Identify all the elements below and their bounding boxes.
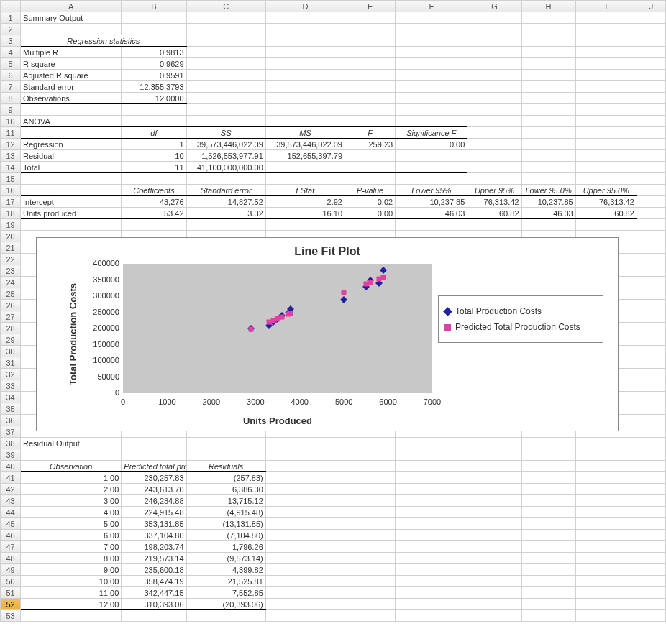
cell[interactable]: 10,237.85 — [396, 196, 467, 208]
cell[interactable] — [521, 438, 575, 449]
cell[interactable] — [467, 518, 521, 530]
cell[interactable] — [396, 173, 467, 185]
cell[interactable] — [637, 277, 665, 288]
cell[interactable] — [265, 93, 345, 104]
cell[interactable] — [21, 219, 122, 231]
cell[interactable]: Observation — [21, 461, 122, 472]
row-header-36[interactable]: 36 — [1, 415, 21, 426]
row-header-27[interactable]: 27 — [1, 311, 21, 323]
cell[interactable] — [637, 346, 665, 357]
row-header-24[interactable]: 24 — [1, 277, 21, 288]
cell[interactable] — [575, 24, 637, 35]
cell[interactable] — [396, 35, 467, 47]
row-header-39[interactable]: 39 — [1, 449, 21, 461]
cell[interactable] — [521, 449, 575, 461]
cell[interactable] — [186, 70, 265, 81]
cell[interactable] — [345, 495, 396, 507]
cell[interactable]: Units produced — [21, 208, 122, 219]
cell[interactable] — [265, 47, 345, 58]
cell[interactable]: 13,715.12 — [186, 495, 265, 507]
cell[interactable] — [521, 610, 575, 622]
cell[interactable] — [122, 449, 186, 461]
row-header-20[interactable]: 20 — [1, 231, 21, 242]
cell[interactable] — [396, 553, 467, 564]
cell[interactable] — [467, 530, 521, 541]
cell[interactable]: Upper 95% — [467, 185, 521, 196]
cell[interactable] — [575, 12, 637, 24]
cell[interactable]: 0.9813 — [122, 47, 186, 58]
cell[interactable] — [265, 507, 345, 518]
row-header-31[interactable]: 31 — [1, 357, 21, 369]
cell[interactable] — [637, 104, 665, 116]
cell[interactable] — [521, 47, 575, 58]
row-header-9[interactable]: 9 — [1, 104, 21, 116]
cell[interactable] — [637, 357, 665, 369]
cell[interactable]: 1.00 — [21, 472, 122, 484]
cell[interactable]: 3.00 — [21, 495, 122, 507]
cell[interactable]: 43,276 — [122, 196, 186, 208]
cell[interactable] — [637, 415, 665, 426]
cell[interactable]: Adjusted R square — [21, 70, 122, 81]
cell[interactable]: 14,827.52 — [186, 196, 265, 208]
cell[interactable]: 235,600.18 — [122, 564, 186, 576]
col-header-F[interactable]: F — [396, 1, 467, 12]
cell[interactable] — [637, 208, 665, 219]
cell[interactable] — [521, 576, 575, 587]
cell[interactable] — [467, 484, 521, 495]
row-header-25[interactable]: 25 — [1, 288, 21, 300]
chart-container[interactable]: Line Fit Plot Total Production Costs Uni… — [36, 237, 619, 431]
cell[interactable] — [575, 93, 637, 104]
row-header-46[interactable]: 46 — [1, 530, 21, 541]
col-header-D[interactable]: D — [265, 1, 345, 12]
cell[interactable] — [575, 530, 637, 541]
cell[interactable] — [637, 116, 665, 127]
cell[interactable] — [396, 530, 467, 541]
row-header-18[interactable]: 18 — [1, 208, 21, 219]
row-header-1[interactable]: 1 — [1, 12, 21, 24]
cell[interactable]: (4,915.48) — [186, 507, 265, 518]
cell[interactable] — [521, 564, 575, 576]
cell[interactable] — [21, 185, 122, 196]
cell[interactable]: 224,915.48 — [122, 507, 186, 518]
cell[interactable]: Intercept — [21, 196, 122, 208]
cell[interactable]: 8.00 — [21, 553, 122, 564]
cell[interactable] — [396, 47, 467, 58]
row-header-17[interactable]: 17 — [1, 196, 21, 208]
cell[interactable] — [345, 70, 396, 81]
cell[interactable] — [637, 196, 665, 208]
cell[interactable] — [396, 541, 467, 553]
cell[interactable] — [575, 104, 637, 116]
cell[interactable] — [265, 12, 345, 24]
cell[interactable] — [467, 104, 521, 116]
cell[interactable] — [467, 610, 521, 622]
row-header-45[interactable]: 45 — [1, 518, 21, 530]
cell[interactable]: 219,573.14 — [122, 553, 186, 564]
cell[interactable] — [637, 472, 665, 484]
cell[interactable] — [467, 35, 521, 47]
cell[interactable] — [467, 587, 521, 599]
row-header-16[interactable]: 16 — [1, 185, 21, 196]
cell[interactable] — [521, 127, 575, 139]
row-header-14[interactable]: 14 — [1, 162, 21, 173]
cell[interactable] — [521, 58, 575, 70]
cell[interactable] — [467, 576, 521, 587]
row-header-3[interactable]: 3 — [1, 35, 21, 47]
cell[interactable]: 7,552.85 — [186, 587, 265, 599]
cell[interactable] — [186, 116, 265, 127]
cell[interactable] — [521, 150, 575, 162]
cell[interactable] — [21, 173, 122, 185]
cell[interactable] — [122, 104, 186, 116]
cell[interactable] — [575, 219, 637, 231]
row-header-32[interactable]: 32 — [1, 369, 21, 380]
cell[interactable]: 0.02 — [345, 196, 396, 208]
cell[interactable]: 11 — [122, 162, 186, 173]
cell[interactable] — [265, 472, 345, 484]
row-header-19[interactable]: 19 — [1, 219, 21, 231]
cell[interactable] — [467, 449, 521, 461]
cell[interactable]: 2.92 — [265, 196, 345, 208]
cell[interactable]: SS — [186, 127, 265, 139]
cell[interactable] — [21, 24, 122, 35]
cell[interactable] — [265, 116, 345, 127]
cell[interactable] — [345, 81, 396, 93]
cell[interactable] — [637, 587, 665, 599]
